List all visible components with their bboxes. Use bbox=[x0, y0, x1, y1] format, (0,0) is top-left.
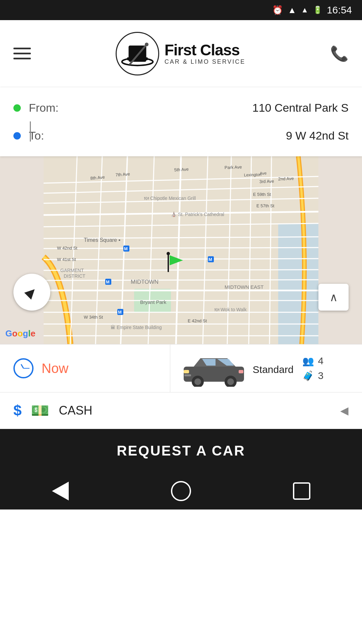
route-connector bbox=[30, 121, 31, 142]
time-section[interactable]: Now bbox=[0, 344, 170, 392]
logo-subtitle: CAR & LIMO SERVICE bbox=[165, 59, 246, 65]
passengers-icon: 👥 bbox=[302, 356, 314, 367]
alarm-icon: ⏰ bbox=[272, 5, 283, 15]
time-now-label: Now bbox=[42, 361, 68, 376]
google-logo: Google bbox=[5, 328, 36, 339]
svg-text:🍽 Chipotle Mexican Grill: 🍽 Chipotle Mexican Grill bbox=[144, 196, 196, 201]
svg-text:W 34th St: W 34th St bbox=[84, 315, 103, 320]
hamburger-line bbox=[13, 48, 31, 49]
nav-recent-button[interactable] bbox=[288, 478, 315, 504]
luggage-stat: 🧳 3 bbox=[302, 370, 324, 381]
to-value: 9 W 42nd St bbox=[286, 129, 349, 142]
vehicle-section[interactable]: Standard 👥 4 🧳 3 bbox=[170, 344, 362, 392]
payment-arrow-icon: ◀ bbox=[340, 404, 349, 417]
battery-icon: 🔋 bbox=[313, 6, 322, 14]
svg-text:GARMENT: GARMENT bbox=[60, 268, 84, 273]
svg-text:M: M bbox=[124, 246, 128, 251]
recent-icon bbox=[293, 482, 310, 500]
svg-text:M: M bbox=[106, 279, 110, 284]
phone-icon[interactable]: 📞 bbox=[330, 45, 349, 62]
from-label: From: bbox=[29, 101, 244, 114]
dollar-icon: $ bbox=[13, 402, 21, 419]
svg-text:Park Ave: Park Ave bbox=[225, 164, 242, 170]
car-image bbox=[180, 350, 247, 387]
to-label: To: bbox=[29, 129, 278, 142]
logo-hat-svg bbox=[119, 35, 156, 72]
home-icon bbox=[171, 481, 191, 501]
svg-text:🏛 Empire State Building: 🏛 Empire State Building bbox=[111, 325, 162, 330]
svg-text:DISTRICT: DISTRICT bbox=[64, 273, 85, 279]
svg-point-4 bbox=[145, 43, 148, 46]
luggage-count: 3 bbox=[318, 370, 324, 381]
cash-emoji: 💵 bbox=[31, 402, 49, 419]
navigate-icon: ▲ bbox=[19, 279, 45, 305]
expand-map-button[interactable]: ∧ bbox=[318, 284, 349, 311]
svg-text:7th Ave: 7th Ave bbox=[115, 171, 130, 177]
svg-text:E 57th St: E 57th St bbox=[256, 203, 275, 208]
svg-text:M: M bbox=[118, 310, 122, 315]
logo-first-class: First Class bbox=[165, 42, 246, 59]
to-row[interactable]: To: 9 W 42nd St bbox=[13, 122, 349, 150]
to-dot bbox=[13, 132, 21, 140]
logo: First Class CAR & LIMO SERVICE bbox=[116, 32, 246, 75]
request-car-label: REQUEST A CAR bbox=[117, 443, 245, 459]
passengers-count: 4 bbox=[318, 355, 324, 367]
clock-icon bbox=[13, 358, 34, 378]
payment-row[interactable]: $ 💵 CASH ◀ bbox=[0, 392, 362, 429]
svg-text:Lexington: Lexington bbox=[244, 172, 262, 177]
vehicle-name: Standard bbox=[253, 364, 294, 375]
svg-rect-6 bbox=[278, 223, 318, 344]
request-car-button[interactable]: REQUEST A CAR bbox=[0, 429, 362, 473]
logo-circle bbox=[116, 32, 159, 75]
status-icons: ⏰ ▲ ▲ 🔋 16:54 bbox=[272, 4, 352, 16]
svg-point-72 bbox=[227, 378, 234, 385]
from-dot bbox=[13, 104, 21, 112]
hamburger-line bbox=[13, 53, 31, 54]
svg-line-18 bbox=[44, 280, 318, 280]
svg-rect-2 bbox=[127, 57, 148, 60]
chevron-up-icon: ∧ bbox=[329, 290, 338, 304]
svg-text:W 42nd St: W 42nd St bbox=[57, 246, 77, 251]
svg-text:E 59th St: E 59th St bbox=[253, 192, 271, 197]
svg-text:MIDTOWN EAST: MIDTOWN EAST bbox=[225, 284, 263, 290]
nav-back-button[interactable] bbox=[47, 478, 74, 504]
nav-home-button[interactable] bbox=[168, 478, 194, 504]
from-row[interactable]: From: 110 Central Park S bbox=[13, 94, 349, 122]
svg-text:M: M bbox=[208, 257, 212, 262]
luggage-icon: 🧳 bbox=[302, 370, 314, 381]
svg-text:🍽 Wok to Walk: 🍽 Wok to Walk bbox=[215, 307, 247, 312]
passengers-stat: 👥 4 bbox=[302, 355, 324, 367]
svg-text:Bryant Park: Bryant Park bbox=[140, 299, 167, 305]
svg-text:3rd Ave: 3rd Ave bbox=[259, 178, 274, 184]
svg-text:⛪ St. Patrick's Cathedral: ⛪ St. Patrick's Cathedral bbox=[171, 212, 224, 217]
svg-rect-73 bbox=[184, 370, 189, 373]
svg-rect-75 bbox=[184, 374, 191, 376]
from-value: 110 Central Park S bbox=[252, 101, 349, 114]
vehicle-stats: 👥 4 🧳 3 bbox=[302, 355, 324, 381]
header: First Class CAR & LIMO SERVICE 📞 bbox=[0, 20, 362, 87]
payment-method-label: CASH bbox=[59, 404, 331, 418]
route-panel: From: 110 Central Park S To: 9 W 42nd St bbox=[0, 87, 362, 156]
svg-text:Times Square ▪: Times Square ▪ bbox=[84, 237, 120, 243]
svg-text:5th Ave: 5th Ave bbox=[174, 167, 189, 172]
menu-button[interactable] bbox=[13, 48, 31, 59]
service-row: Now bbox=[0, 344, 362, 392]
svg-text:W 41st St: W 41st St bbox=[57, 257, 76, 262]
back-icon bbox=[52, 482, 69, 500]
svg-text:E 42nd St: E 42nd St bbox=[188, 318, 207, 323]
svg-text:MIDTOWN: MIDTOWN bbox=[131, 279, 159, 285]
navigate-button[interactable]: ▲ bbox=[13, 274, 50, 311]
svg-text:Ave: Ave bbox=[260, 171, 267, 176]
svg-point-66 bbox=[167, 252, 170, 255]
status-time: 16:54 bbox=[327, 4, 352, 16]
map-container[interactable]: Times Square ▪ MIDTOWN MIDTOWN EAST GARM… bbox=[0, 156, 362, 344]
clock-minute-hand bbox=[23, 368, 29, 369]
bottom-navigation bbox=[0, 473, 362, 509]
vehicle-info: Standard bbox=[253, 361, 294, 375]
svg-text:2nd Ave: 2nd Ave bbox=[278, 176, 294, 181]
svg-line-17 bbox=[44, 270, 318, 270]
map-svg: Times Square ▪ MIDTOWN MIDTOWN EAST GARM… bbox=[0, 156, 362, 344]
signal-icon: ▲ bbox=[301, 6, 308, 14]
status-bar: ⏰ ▲ ▲ 🔋 16:54 bbox=[0, 0, 362, 20]
bottom-panel: Now bbox=[0, 344, 362, 473]
